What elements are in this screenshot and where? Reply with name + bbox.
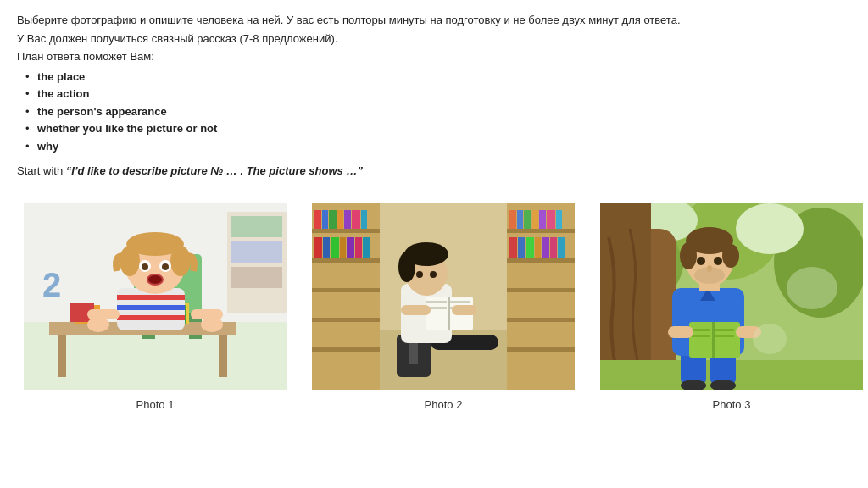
svg-rect-75 — [542, 237, 549, 258]
svg-rect-66 — [524, 210, 531, 229]
svg-rect-89 — [450, 301, 470, 303]
svg-rect-17 — [117, 295, 185, 300]
svg-rect-61 — [507, 288, 575, 292]
svg-rect-92 — [452, 305, 477, 315]
svg-rect-76 — [550, 237, 557, 258]
svg-point-93 — [416, 271, 423, 278]
svg-rect-11 — [219, 335, 227, 377]
svg-point-99 — [736, 203, 804, 254]
svg-rect-63 — [507, 347, 575, 352]
svg-rect-73 — [526, 237, 534, 258]
instructions-block: Выберите фотографию и опишите человека н… — [17, 12, 851, 180]
photo-frame-1: 2 — [24, 203, 287, 390]
svg-point-24 — [170, 246, 191, 276]
svg-rect-124 — [668, 326, 693, 338]
svg-rect-121 — [692, 335, 710, 337]
svg-point-34 — [201, 317, 223, 332]
svg-rect-4 — [231, 241, 282, 263]
instruction-line1: Выберите фотографию и опишите человека н… — [17, 12, 851, 29]
svg-rect-87 — [426, 301, 447, 303]
photo-frame-3 — [600, 203, 863, 390]
svg-rect-72 — [518, 237, 525, 258]
svg-point-117 — [707, 265, 712, 272]
photo-item-1[interactable]: 2 Photo 1 — [24, 203, 287, 411]
svg-rect-69 — [547, 210, 555, 229]
svg-rect-18 — [117, 305, 185, 310]
svg-point-115 — [697, 257, 705, 265]
svg-point-116 — [714, 257, 722, 265]
svg-rect-48 — [344, 210, 351, 229]
svg-rect-65 — [517, 210, 523, 229]
svg-rect-70 — [556, 210, 562, 229]
photo-frame-2 — [312, 203, 575, 390]
start-phrase: Start with “I’d like to describe picture… — [17, 163, 851, 180]
svg-rect-68 — [539, 210, 546, 229]
svg-point-84 — [398, 252, 415, 282]
svg-rect-59 — [507, 229, 575, 233]
instruction-line2: У Вас должен получиться связный рассказ … — [17, 30, 851, 47]
svg-rect-122 — [715, 329, 734, 331]
plan-item-3: the person's appearance — [25, 103, 851, 120]
svg-rect-52 — [323, 237, 330, 258]
svg-rect-91 — [401, 305, 431, 315]
photo-label-1: Photo 1 — [136, 398, 175, 411]
plan-item-4: whether you like the picture or not — [25, 120, 851, 137]
svg-rect-49 — [352, 210, 360, 229]
svg-rect-54 — [340, 237, 346, 258]
plan-item-2: the action — [25, 86, 851, 103]
svg-point-126 — [787, 267, 837, 309]
svg-rect-44 — [314, 210, 321, 229]
svg-point-27 — [142, 263, 148, 270]
svg-rect-46 — [329, 210, 337, 229]
svg-rect-60 — [507, 258, 575, 263]
svg-rect-120 — [692, 329, 710, 331]
photo-label-2: Photo 2 — [425, 398, 463, 411]
svg-rect-119 — [712, 322, 715, 358]
svg-point-94 — [430, 271, 437, 278]
svg-rect-62 — [507, 318, 575, 322]
start-label: Start with — [17, 164, 66, 177]
svg-rect-55 — [347, 237, 354, 258]
svg-rect-5 — [231, 267, 282, 288]
svg-rect-43 — [312, 347, 380, 352]
plan-list: the place the action the person's appear… — [25, 69, 851, 155]
svg-rect-56 — [355, 237, 362, 258]
svg-rect-86 — [448, 297, 450, 330]
svg-point-33 — [87, 317, 109, 332]
svg-rect-39 — [312, 229, 380, 233]
instruction-line3: План ответа поможет Вам: — [17, 48, 851, 65]
svg-rect-45 — [322, 210, 328, 229]
svg-rect-3 — [231, 216, 282, 237]
photo-item-2[interactable]: Photo 2 — [312, 203, 575, 411]
svg-rect-42 — [312, 318, 380, 322]
svg-rect-40 — [312, 258, 380, 263]
photo-item-3[interactable]: Photo 3 — [600, 203, 863, 411]
svg-point-30 — [148, 275, 162, 284]
plan-item-1: the place — [25, 69, 851, 86]
plan-item-5: why — [25, 138, 851, 155]
photo-label-3: Photo 3 — [713, 398, 751, 411]
svg-point-113 — [722, 244, 739, 268]
start-quote: “I’d like to describe picture № … . The … — [66, 164, 363, 177]
svg-rect-10 — [58, 335, 66, 377]
svg-point-112 — [680, 242, 697, 269]
svg-rect-67 — [532, 210, 538, 229]
svg-rect-64 — [509, 210, 516, 229]
svg-rect-51 — [314, 237, 322, 258]
svg-rect-57 — [363, 237, 370, 258]
svg-rect-123 — [715, 335, 734, 337]
svg-rect-19 — [117, 315, 185, 320]
svg-point-28 — [162, 263, 169, 270]
svg-rect-77 — [558, 237, 565, 258]
svg-text:2: 2 — [42, 266, 61, 303]
svg-rect-53 — [331, 237, 339, 258]
svg-rect-71 — [509, 237, 517, 258]
svg-rect-47 — [337, 210, 343, 229]
svg-rect-74 — [535, 237, 541, 258]
svg-point-23 — [120, 246, 140, 276]
photos-section: 2 Photo 1 — [24, 203, 851, 411]
svg-point-127 — [753, 324, 787, 354]
svg-rect-41 — [312, 288, 380, 292]
svg-rect-50 — [361, 210, 367, 229]
